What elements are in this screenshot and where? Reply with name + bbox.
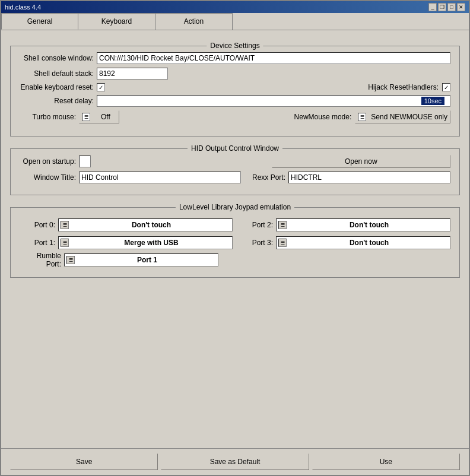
turbo-mouse-icon: ☰ (82, 113, 90, 121)
shell-console-label: Shell console window: (20, 54, 97, 62)
port1-label: Port 1: (20, 239, 58, 247)
shell-stack-label: Shell default stack: (20, 69, 97, 78)
turbo-mouse-dropdown[interactable]: ☰ Off (79, 110, 119, 123)
enable-keyboard-label: Enable keyboard reset: (20, 83, 97, 91)
rumble-label: Rumble Port: (20, 252, 64, 268)
title-bar: hid.class 4.4 _ ❐ □ ✕ (1, 1, 469, 13)
rexx-port-input[interactable] (288, 172, 450, 183)
window-title-input[interactable] (79, 172, 241, 183)
port0-select[interactable]: ☰ Don't touch (58, 218, 233, 231)
reset-delay-value: 10sec (421, 97, 444, 105)
window-title-label: Window Title: (20, 173, 79, 182)
tab-bar: General Keyboard Action (1, 13, 469, 30)
tab-keyboard[interactable]: Keyboard (78, 13, 155, 30)
reset-delay-input[interactable] (97, 95, 450, 107)
port2-label: Port 2: (237, 221, 276, 229)
bottom-buttons-bar: Save Save as Default Use (1, 448, 469, 475)
port0-label: Port 0: (20, 221, 58, 229)
turbo-mouse-half: Turbo mouse: ☰ Off (20, 110, 235, 123)
open-now-button[interactable]: Open now (272, 155, 451, 168)
maximize-icon[interactable]: □ (447, 3, 456, 11)
port1-row: Port 1: ☰ Merge with USB (20, 236, 233, 249)
use-button[interactable]: Use (312, 453, 460, 470)
save-default-button[interactable]: Save as Default (161, 453, 309, 470)
hijack-checkbox[interactable]: ✓ (442, 83, 450, 91)
keyboard-hijack-row: Enable keyboard reset: ✓ Hijack ResetHan… (20, 83, 450, 91)
newmouse-label: NewMouse mode: (294, 113, 352, 121)
port2-icon: ☰ (278, 221, 287, 229)
window-title-row: Window Title: Rexx Port: (20, 172, 450, 183)
close-icon[interactable]: ✕ (457, 3, 465, 11)
port2-row: Port 2: ☰ Don't touch (237, 218, 450, 231)
port3-label: Port 3: (237, 239, 276, 247)
newmouse-dropdown[interactable]: ☰ Send NEWMOUSE only (355, 110, 450, 123)
turbo-newmouse-row: Turbo mouse: ☰ Off NewMouse mode: ☰ Send… (20, 110, 450, 123)
newmouse-half: NewMouse mode: ☰ Send NEWMOUSE only (235, 110, 450, 123)
rumble-icon: ☰ (66, 256, 75, 264)
shell-stack-row: Shell default stack: (20, 68, 450, 80)
reset-delay-label: Reset delay: (20, 97, 97, 105)
port3-select[interactable]: ☰ Don't touch (276, 236, 450, 249)
port0-icon: ☰ (61, 221, 69, 229)
rexx-port-label: Rexx Port: (241, 173, 288, 182)
main-window: hid.class 4.4 _ ❐ □ ✕ General Keyboard A… (0, 0, 470, 476)
port0-value: Don't touch (71, 221, 232, 229)
port2-value: Don't touch (288, 221, 450, 229)
port1-icon: ☰ (61, 239, 69, 247)
device-settings-title: Device Settings (207, 42, 263, 50)
rumble-row: Rumble Port: ☰ Port 1 (20, 252, 450, 268)
open-startup-row: Open on startup: Open now (20, 155, 450, 168)
tab-action[interactable]: Action (155, 13, 233, 30)
turbo-mouse-value: Off (95, 113, 116, 121)
open-startup-checkbox[interactable] (79, 156, 91, 167)
tab-general[interactable]: General (1, 13, 78, 30)
shell-stack-input[interactable] (97, 68, 168, 80)
shell-console-row: Shell console window: (20, 52, 450, 64)
newmouse-icon: ☰ (358, 113, 366, 121)
port0-row: Port 0: ☰ Don't touch (20, 218, 233, 231)
port3-row: Port 3: ☰ Don't touch (237, 236, 450, 249)
newmouse-value: Send NEWMOUSE only (371, 113, 447, 121)
port3-value: Don't touch (288, 239, 450, 247)
rumble-value: Port 1 (77, 256, 218, 264)
port1-select[interactable]: ☰ Merge with USB (58, 236, 233, 249)
open-startup-label: Open on startup: (20, 157, 79, 166)
joypad-section: LowLevel Library Joypad emulation Port 0… (10, 207, 460, 278)
enable-keyboard-checkbox[interactable]: ✓ (97, 83, 105, 91)
rumble-select[interactable]: ☰ Port 1 (64, 253, 218, 266)
joypad-title: LowLevel Library Joypad emulation (176, 203, 294, 211)
minimize-icon[interactable]: _ (428, 3, 437, 11)
turbo-mouse-label: Turbo mouse: (20, 113, 79, 121)
reset-delay-container: 10sec (97, 95, 450, 107)
port1-value: Merge with USB (71, 239, 232, 247)
hijack-half: Hijack ResetHandlers: ✓ (235, 83, 450, 91)
device-settings-section: Device Settings Shell console window: Sh… (10, 46, 460, 137)
hid-output-section: HID Output Control Window Open on startu… (10, 148, 460, 195)
shell-console-input[interactable] (97, 52, 450, 64)
hid-output-title: HID Output Control Window (188, 144, 282, 153)
port2-select[interactable]: ☰ Don't touch (276, 218, 450, 231)
joypad-grid: Port 0: ☰ Don't touch Port 2: ☰ Don't to… (20, 218, 450, 249)
keyboard-reset-half: Enable keyboard reset: ✓ (20, 83, 235, 91)
content-area: Device Settings Shell console window: Sh… (1, 30, 469, 448)
port3-icon: ☰ (278, 239, 287, 247)
reset-delay-row: Reset delay: 10sec (20, 95, 450, 107)
save-button[interactable]: Save (10, 453, 158, 470)
window-title: hid.class 4.4 (5, 4, 41, 11)
restore-icon[interactable]: ❐ (438, 3, 446, 11)
hijack-label: Hijack ResetHandlers: (368, 83, 439, 91)
window-controls: _ ❐ □ ✕ (428, 3, 465, 11)
